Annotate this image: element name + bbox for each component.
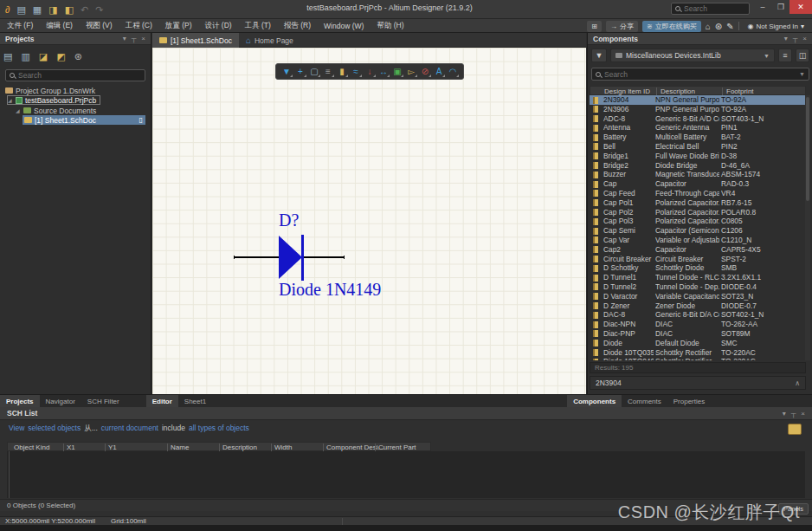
table-row[interactable]: Diac-NPNDIACTO-262-AA [590, 320, 806, 329]
sch-list-column-header[interactable]: Object KindX1Y1NameDescriptionWidthCompo… [7, 442, 431, 451]
filter-icon[interactable]: ▼ [591, 49, 607, 62]
panel-menu-icon[interactable]: ▾ [784, 35, 788, 42]
place-arc-icon[interactable]: ◠ [446, 65, 460, 78]
panel-tab-comments[interactable]: Comments [622, 395, 667, 407]
menu-item[interactable]: 视图 (V) [86, 21, 113, 31]
align-icon[interactable]: ≡ [321, 65, 335, 78]
place-port-icon[interactable]: ▻ [404, 65, 418, 78]
close-icon[interactable]: × [801, 410, 805, 418]
sch-list-column[interactable]: Name [167, 444, 189, 451]
place-sheet-symbol-icon[interactable]: ▣ [390, 65, 404, 78]
table-row[interactable]: D Tunnel2Tunnel Diode - Dep...DIODE-0.4 [590, 282, 806, 292]
altium-logo-icon[interactable]: ∂ [5, 2, 10, 17]
table-row[interactable]: Cap Pol3Polarized Capacitor...C0805 [590, 217, 806, 226]
filter-link[interactable]: View [9, 424, 24, 432]
menu-item[interactable]: 工程 (C) [126, 21, 152, 31]
global-search-input[interactable] [684, 4, 745, 13]
home-icon[interactable]: ⌂ [706, 21, 711, 32]
table-row[interactable]: AntennaGeneric AntennaPIN1 [590, 123, 806, 133]
schematic-sheet[interactable]: ▼+▢≡▮≈↓↔▣▻⊘A◠ D? Diode 1N4149 [152, 48, 586, 394]
table-row[interactable]: DAC-8Generic 8-Bit D/A Co...SOT402-1_N [590, 310, 806, 320]
place-part-icon[interactable]: ▮ [335, 65, 349, 78]
collapse-icon[interactable]: ∧ [795, 379, 800, 387]
table-row[interactable]: CapCapacitorRAD-0.3 [590, 179, 806, 189]
table-row[interactable]: D SchottkySchottky DiodeSMB [590, 263, 806, 273]
menu-item[interactable]: 文件 (F) [7, 21, 33, 31]
table-row[interactable]: BatteryMulticell BatteryBAT-2 [590, 133, 806, 142]
tree-item-project[interactable]: ◢ testBaseboard.PrjPcb [7, 95, 100, 105]
table-row[interactable]: Diode 10TQ040Schottky RectifierTO-220AC [590, 357, 806, 360]
table-row[interactable]: Circuit BreakerCircuit BreakerSPST-2 [590, 255, 806, 264]
tab-sheet1-schdoc[interactable]: [1] Sheet1.SchDoc [152, 33, 239, 48]
filter-link[interactable]: selected objects [28, 424, 81, 432]
gear-icon[interactable]: ⊛ [715, 21, 722, 32]
table-row[interactable]: Cap VarVariable or Adjustab...C1210_N [590, 236, 806, 245]
table-row[interactable]: ADC-8Generic 8-Bit A/D Co...SOT403-1_N [590, 114, 806, 124]
panel-tab-projects[interactable]: Projects [0, 395, 40, 407]
save-icon[interactable]: ▤ [16, 2, 25, 17]
close-button[interactable]: ✕ [789, 0, 812, 14]
table-row[interactable]: BuzzerMagnetic Transduce...ABSM-1574 [590, 170, 806, 179]
table-row[interactable]: D ZenerZener DiodeDIODE-0.7 [590, 301, 806, 311]
diode-designator[interactable]: D? [279, 210, 299, 230]
place-text-icon[interactable]: A [432, 65, 446, 78]
filter-link[interactable]: all types of objects [189, 424, 249, 432]
open-project-icon[interactable]: ◧ [65, 2, 74, 17]
sch-list-column[interactable]: Current Part [375, 444, 416, 451]
sch-list-column[interactable]: Width [271, 444, 292, 451]
diode-symbol[interactable] [279, 236, 302, 279]
tree-item-project-group[interactable]: Project Group 1.DsnWrk [5, 86, 95, 95]
place-wire-icon[interactable]: ≈ [349, 65, 363, 78]
panel-menu-icon[interactable]: ▾ [783, 410, 786, 418]
pin-icon[interactable]: ┬ [793, 35, 798, 42]
column-footprint[interactable]: Footprint [722, 87, 754, 95]
sch-list-column[interactable]: Y1 [105, 444, 117, 451]
doc-bottom-tab-editor[interactable]: Editor [146, 395, 178, 407]
compile-icon[interactable]: ▥ [21, 51, 29, 62]
expand-arrow-icon[interactable]: ◢ [16, 107, 21, 113]
redo-icon[interactable]: ↷ [95, 2, 103, 17]
list-view-icon[interactable]: ≡ [778, 49, 792, 62]
menu-item[interactable]: 报告 (R) [284, 21, 311, 31]
place-no-erc-icon[interactable]: ⊘ [418, 65, 432, 78]
sch-list-column[interactable]: Object Kind [11, 444, 49, 451]
table-row[interactable]: Diode 10TQ035Schottky RectifierTO-220AC [590, 348, 806, 358]
pin-icon[interactable]: ┬ [132, 35, 137, 42]
sch-list-empty-area[interactable] [7, 451, 805, 498]
sch-list-column[interactable]: X1 [63, 444, 75, 451]
projects-search[interactable] [5, 69, 145, 81]
projects-search-input[interactable] [18, 71, 141, 80]
scrollbar-thumb[interactable] [806, 97, 809, 201]
close-icon[interactable]: × [141, 35, 145, 42]
table-row[interactable]: Bridge2Diode BridgeD-46_6A [590, 161, 806, 171]
add-folder-icon[interactable]: ◩ [56, 51, 65, 62]
place-power-port-icon[interactable]: ↓ [363, 65, 377, 78]
menu-item[interactable]: Window (W) [324, 22, 364, 30]
close-icon[interactable]: × [802, 35, 807, 42]
library-dropdown[interactable]: Miscellaneous Devices.IntLib ▼ [610, 49, 775, 62]
tree-item-schdoc[interactable]: [1] Sheet1.SchDoc ▯ [23, 115, 145, 125]
table-row[interactable]: Diac-PNPDIACSOT89M [590, 329, 806, 339]
table-row[interactable]: BellElectrical BellPIN2 [590, 142, 806, 152]
menu-item[interactable]: 工具 (T) [245, 21, 271, 31]
table-row[interactable]: Bridge1Full Wave Diode Bri...D-38 [590, 152, 806, 161]
doc-bottom-tab-sheet1[interactable]: Sheet1 [178, 395, 212, 407]
table-row[interactable]: D Tunnel1Tunnel Diode - RLC...3.2X1.6X1.… [590, 273, 806, 282]
place-dimension-icon[interactable]: ↔ [377, 65, 390, 78]
menu-item[interactable]: 编辑 (E) [46, 21, 73, 31]
component-preview-header[interactable]: 2N3904 ∧ [590, 376, 806, 390]
project-options-gear-icon[interactable]: ⊛ [74, 51, 82, 62]
selection-filter-icon[interactable]: ▼ [280, 65, 293, 78]
tree-item-source-documents[interactable]: ◢ Source Documents [16, 106, 96, 115]
table-row[interactable]: 2N3904NPN General Purpos...TO-92A [590, 95, 806, 105]
table-row[interactable]: DiodeDefault DiodeSMC [590, 339, 806, 348]
panel-tab-sch-filter[interactable]: SCH Filter [81, 395, 126, 407]
undo-icon[interactable]: ↶ [81, 2, 88, 17]
diode-comment[interactable]: Diode 1N4149 [279, 280, 381, 300]
menu-item[interactable]: 设计 (D) [205, 21, 232, 31]
open-document-icon[interactable]: ◨ [48, 2, 57, 17]
tab-home-page[interactable]: ⌂ Home Page [239, 33, 300, 48]
customize-icon[interactable]: ✎ [726, 21, 733, 32]
panel-tab-properties[interactable]: Properties [667, 395, 711, 407]
table-row[interactable]: Cap2CapacitorCAPR5-4X5 [590, 245, 806, 255]
